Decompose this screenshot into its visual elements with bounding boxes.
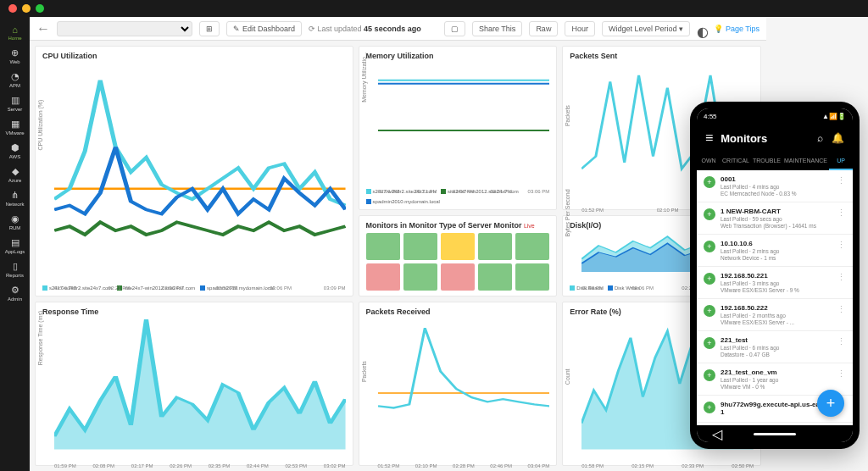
x-tick-label: 03:02 PM — [324, 463, 346, 468]
sidebar-item-azure[interactable]: ◆Azure — [0, 163, 30, 186]
sidebar-item-rum[interactable]: ◉RUM — [0, 211, 30, 233]
monitor-list-item[interactable]: +0001Last Polled · 4 mins agoEC Memcache… — [697, 170, 853, 202]
kebab-icon[interactable]: ⋮ — [837, 368, 846, 380]
monitor-tile-down[interactable] — [441, 263, 475, 291]
kebab-icon[interactable]: ⋮ — [837, 208, 846, 219]
status-up-icon: + — [704, 176, 715, 188]
dashboard-select[interactable] — [57, 21, 192, 36]
sidebar-item-network[interactable]: ⋔Network — [0, 187, 30, 209]
sidebar-item-apm[interactable]: ◔APM — [0, 69, 30, 91]
phone-tab-trouble[interactable]: TROUBLE — [751, 152, 782, 170]
titlebar — [0, 0, 868, 17]
x-tick-label: 03:04 PM — [528, 463, 550, 468]
monitor-list-item[interactable]: +192.168.50.221Last Polled · 3 mins agoV… — [697, 267, 853, 299]
x-tick-label: 02:21 PM — [415, 189, 437, 194]
window-minimize-icon[interactable] — [22, 4, 31, 13]
monitor-tile-up[interactable] — [478, 233, 512, 260]
refresh-icon[interactable]: ⟳ — [309, 25, 315, 33]
legend-item[interactable]: spadmin2010.mydomain.local — [366, 199, 440, 204]
x-tick-label: 02:15 PM — [632, 463, 654, 468]
monitor-tile-trouble[interactable] — [441, 233, 475, 260]
y-axis-label: Bytes Per Second — [565, 189, 570, 236]
search-icon[interactable]: ⌕ — [817, 132, 823, 144]
monitor-tile-up[interactable] — [478, 263, 512, 291]
sidebar-item-label: AWS — [9, 154, 20, 159]
monitor-list-item[interactable]: +192.168.50.222Last Polled · 2 months ag… — [697, 299, 853, 331]
status-up-icon: + — [704, 369, 715, 381]
kebab-icon[interactable]: ⋮ — [837, 240, 846, 251]
sidebar-item-aws[interactable]: ⬢AWS — [0, 140, 30, 162]
cpu-chart[interactable]: CPU Utilization (%) 02:06 PM02:21 PM02:3… — [42, 64, 346, 282]
sidebar-item-admin[interactable]: ⚙Admin — [0, 282, 30, 304]
sidebar-item-label: Home — [8, 36, 21, 41]
sidebar-item-vmware[interactable]: ▦VMware — [0, 116, 30, 138]
phone-header: ≡ Monitors ⌕ 🔔 — [697, 124, 853, 152]
hour-button[interactable]: Hour — [565, 21, 595, 36]
sidebar-item-home[interactable]: ⌂Home — [0, 22, 30, 43]
toolbar: ← ⊞ ✎ Edit Dashboard ⟳ Last updated 45 s… — [30, 17, 766, 41]
raw-button[interactable]: Raw — [529, 21, 558, 36]
share-button[interactable]: Share This — [472, 21, 522, 36]
x-tick-label: 03:06 PM — [270, 285, 292, 291]
page-tips-link[interactable]: 💡 Page Tips — [714, 25, 760, 33]
sidebar-item-label: Network — [5, 202, 24, 207]
packets-received-card: Packets Received Packets 01:52 PM02:10 P… — [359, 302, 558, 466]
aws-icon: ⬢ — [11, 142, 19, 153]
phone-tab-up[interactable]: UP — [829, 152, 853, 170]
window-close-icon[interactable] — [8, 4, 17, 13]
monitor-tile-up[interactable] — [403, 263, 437, 291]
monitor-last-polled: Last Polled · 6 mins ago — [721, 345, 832, 351]
sidebar-item-label: Admin — [8, 296, 22, 302]
present-button[interactable]: ▢ — [444, 21, 465, 36]
back-icon[interactable]: ← — [36, 21, 50, 36]
vmware-icon: ▦ — [11, 119, 19, 130]
dashboard-grid: CPU Utilization CPU Utilization (%) 02:0… — [30, 41, 766, 471]
widget-period-button[interactable]: Widget Level Period ▾ — [602, 21, 691, 36]
fab-add-button[interactable]: + — [817, 390, 844, 417]
monitors-card: Monitors in Monitor Type of Server Monit… — [359, 215, 558, 297]
x-tick-label: 03:09 PM — [324, 285, 346, 291]
monitor-tiles — [366, 233, 550, 291]
sidebar-item-applogs[interactable]: ▤AppLogs — [0, 235, 30, 257]
rum-icon: ◉ — [11, 213, 19, 224]
status-up-icon: + — [704, 208, 715, 220]
kebab-icon[interactable]: ⋮ — [837, 272, 846, 283]
bell-icon[interactable]: 🔔 — [832, 132, 844, 144]
sidebar-item-server[interactable]: ▥Server — [0, 92, 30, 114]
phone-monitor-list[interactable]: +0001Last Polled · 4 mins agoEC Memcache… — [697, 170, 853, 425]
kebab-icon[interactable]: ⋮ — [837, 304, 846, 315]
monitor-tile-up[interactable] — [403, 233, 437, 260]
window-maximize-icon[interactable] — [36, 4, 44, 13]
hamburger-icon[interactable]: ≡ Monitors — [705, 130, 767, 146]
sidebar: ⌂Home⊕Web◔APM▥Server▦VMware⬢AWS◆Azure⋔Ne… — [0, 17, 30, 471]
edit-dashboard-button[interactable]: ✎ Edit Dashboard — [226, 21, 302, 36]
azure-icon: ◆ — [12, 166, 19, 177]
monitor-tile-up[interactable] — [515, 263, 549, 291]
sidebar-item-web[interactable]: ⊕Web — [0, 45, 30, 67]
kebab-icon[interactable]: ⋮ — [837, 336, 846, 347]
phone-tab-own[interactable]: OWN — [697, 152, 721, 170]
monitor-list-item[interactable]: +221_testLast Polled · 6 mins agoDatasto… — [697, 331, 853, 363]
x-tick-label: 02:06 PM — [378, 189, 400, 194]
sidebar-item-label: Web — [9, 59, 19, 64]
monitor-tile-up[interactable] — [515, 233, 549, 260]
x-tick-label: 01:52 PM — [378, 463, 400, 468]
sidebar-item-reports[interactable]: ▯Reports — [0, 258, 30, 280]
dark-mode-icon[interactable]: ◐ — [697, 24, 707, 34]
y-axis-label: Response Time (ms) — [37, 311, 43, 366]
monitor-tile-up[interactable] — [366, 233, 400, 260]
pkts-recv-chart[interactable]: Packets 01:52 PM02:10 PM02:28 PM02:46 PM… — [366, 319, 550, 460]
monitor-tile-down[interactable] — [366, 263, 400, 291]
x-tick-label: 02:46 PM — [490, 463, 512, 468]
monitor-list-item[interactable]: +10.10.10.6Last Polled · 2 mins agoNetwo… — [697, 235, 853, 267]
sidebar-item-label: APM — [9, 83, 20, 88]
monitor-name: 192.168.50.221 — [721, 272, 832, 280]
kebab-icon[interactable]: ⋮ — [837, 175, 846, 186]
rt-chart[interactable]: Response Time (ms) 01:59 PM02:08 PM02:17… — [42, 319, 346, 460]
phone-tab-critical[interactable]: CRITICAL — [721, 152, 751, 170]
web-icon: ⊕ — [11, 47, 19, 58]
phone-tab-maintenance[interactable]: MAINTENANCE — [782, 152, 829, 170]
mem-chart[interactable]: Memory Utilizatio... 02:06 PM02:21 PM02:… — [366, 64, 550, 186]
grid-view-button[interactable]: ⊞ — [199, 21, 220, 36]
monitor-list-item[interactable]: +1 NEW-RBM-CARTLast Polled · 59 secs ago… — [697, 202, 853, 235]
